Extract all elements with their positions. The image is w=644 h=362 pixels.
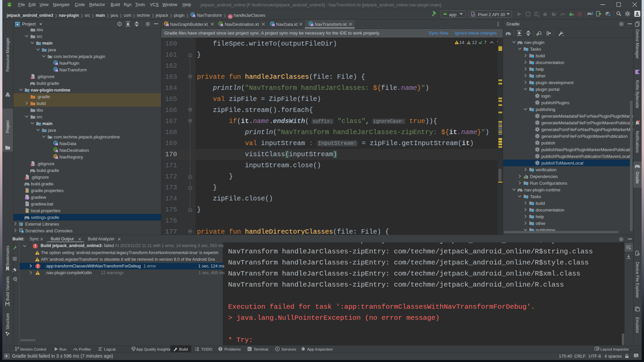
svg-text:C: C [25, 197, 27, 199]
